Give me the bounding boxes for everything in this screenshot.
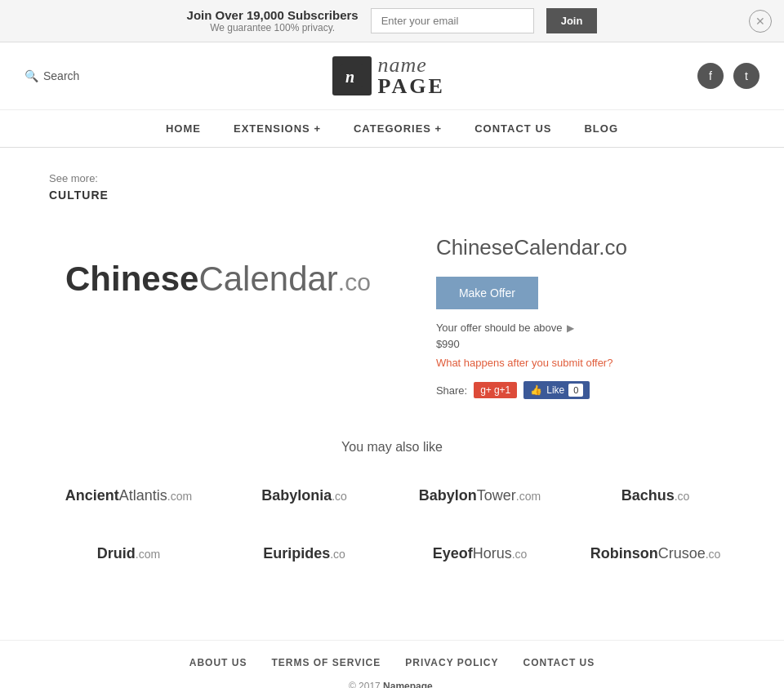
list-item[interactable]: Druid.com [49, 533, 208, 575]
list-item[interactable]: Bachus.co [576, 475, 735, 517]
offer-price: $990 [436, 338, 735, 350]
domain-item-text: Druid.com [97, 545, 160, 562]
footer-brand-link[interactable]: Namepage. [383, 681, 435, 688]
domain-tld-part: .co [338, 269, 371, 295]
domain-info: ChineseCalendar.co Make Offer Your offer… [436, 227, 735, 399]
offer-info-text: Your offer should be above [436, 322, 563, 334]
nav-blog[interactable]: BLOG [584, 122, 618, 135]
logo[interactable]: n name PAGE [332, 55, 445, 97]
logo-page: PAGE [378, 76, 445, 97]
twitter-button[interactable]: t [733, 63, 760, 89]
domain-item-text: AncientAtlantis.com [65, 487, 192, 504]
list-item[interactable]: AncientAtlantis.com [49, 475, 208, 517]
gplus-button[interactable]: g+ g+1 [474, 382, 517, 398]
email-input[interactable] [371, 8, 534, 33]
list-item[interactable]: BabylonTower.com [400, 475, 559, 517]
domain-name-title: ChineseCalendar.co [436, 235, 735, 260]
nav-home[interactable]: HOME [166, 122, 201, 135]
footer-contact-us[interactable]: CONTACT US [523, 657, 595, 668]
fb-like-count: 0 [568, 384, 583, 397]
search-label: Search [43, 69, 79, 82]
search-icon: 🔍 [24, 69, 38, 82]
domain-item-text: Euripides.co [263, 545, 345, 562]
facebook-button[interactable]: f [697, 63, 724, 89]
footer-links: ABOUT US TERMS OF SERVICE PRIVACY POLICY… [24, 657, 760, 668]
share-row: Share: g+ g+1 👍 Like 0 [436, 381, 735, 399]
banner-subtext: We guarantee 100% privacy. [187, 22, 359, 33]
share-label: Share: [436, 384, 467, 397]
facebook-like-button[interactable]: 👍 Like 0 [523, 381, 590, 399]
footer-privacy[interactable]: PRIVACY POLICY [405, 657, 498, 668]
list-item[interactable]: RobinsonCrusoe.co [576, 533, 735, 575]
also-like-title: You may also like [49, 440, 735, 455]
domain-item-text: EyeofHorus.co [433, 545, 528, 562]
nav-extensions[interactable]: EXTENSIONS + [234, 122, 321, 135]
domain-item-text: BabylonTower.com [419, 487, 541, 504]
banner-headline: Join Over 19,000 Subscribers [187, 8, 359, 22]
offer-arrow-icon: ▶ [567, 322, 574, 334]
also-like-grid: AncientAtlantis.com Babylonia.co Babylon… [49, 475, 735, 575]
domain-item-text: Bachus.co [621, 487, 690, 504]
offer-info: Your offer should be above ▶ [436, 322, 735, 334]
domain-logo-display: ChineseCalendar.co [49, 227, 387, 331]
join-button[interactable]: Join [546, 8, 598, 33]
domain-bold-part: Chinese [65, 260, 198, 298]
top-banner: Join Over 19,000 Subscribers We guarante… [0, 0, 784, 42]
main-content: See more: CULTURE ChineseCalendar.co Chi… [0, 148, 784, 615]
make-offer-button[interactable]: Make Offer [436, 277, 538, 309]
domain-item-text: Babylonia.co [261, 487, 347, 504]
fb-like-label: Like [546, 384, 564, 396]
footer-about-us[interactable]: ABOUT US [189, 657, 247, 668]
logo-icon: n [332, 56, 372, 95]
logo-text: name PAGE [378, 55, 445, 97]
gplus-label: g+1 [494, 384, 510, 396]
svg-text:n: n [345, 68, 354, 86]
see-more-label: See more: [49, 172, 735, 184]
nav-contact[interactable]: CONTACT US [474, 122, 551, 135]
what-happens-link[interactable]: What happens after you submit offer? [436, 357, 735, 369]
footer: ABOUT US TERMS OF SERVICE PRIVACY POLICY… [0, 641, 784, 688]
domain-section: ChineseCalendar.co ChineseCalendar.co Ma… [49, 227, 735, 399]
domain-logo-text: ChineseCalendar.co [65, 260, 371, 299]
domain-item-text: RobinsonCrusoe.co [590, 545, 721, 562]
also-like-section: You may also like AncientAtlantis.com Ba… [49, 440, 735, 575]
close-banner-button[interactable]: ✕ [749, 10, 772, 33]
nav-categories[interactable]: CATEGORIES + [354, 122, 442, 135]
fb-thumb-icon: 👍 [530, 384, 542, 396]
banner-text: Join Over 19,000 Subscribers We guarante… [187, 8, 359, 33]
category-link[interactable]: CULTURE [49, 189, 109, 202]
breadcrumb: See more: CULTURE [49, 172, 735, 202]
header: 🔍 Search n name PAGE f t [0, 42, 784, 110]
logo-name: name [378, 55, 445, 76]
list-item[interactable]: Babylonia.co [225, 475, 384, 517]
list-item[interactable]: EyeofHorus.co [400, 533, 559, 575]
social-icons: f t [697, 63, 760, 89]
footer-terms[interactable]: TERMS OF SERVICE [271, 657, 381, 668]
copyright-year: © 2017 [349, 681, 381, 688]
list-item[interactable]: Euripides.co [225, 533, 384, 575]
search-area[interactable]: 🔍 Search [24, 69, 79, 82]
domain-light-part: Calendar [198, 260, 337, 298]
main-nav: HOME EXTENSIONS + CATEGORIES + CONTACT U… [0, 110, 784, 148]
footer-copyright: © 2017 Namepage. [24, 681, 760, 688]
gplus-icon: g+ [480, 384, 492, 396]
